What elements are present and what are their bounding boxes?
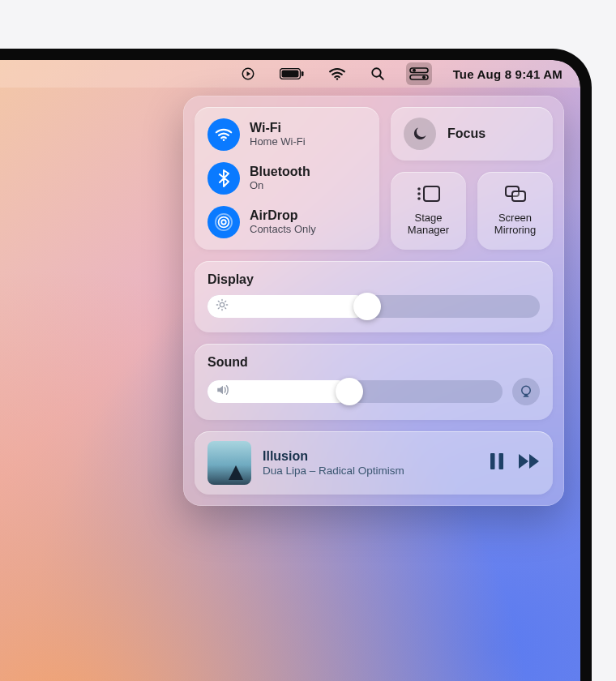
- sound-slider[interactable]: [207, 380, 503, 403]
- bluetooth-title: Bluetooth: [250, 165, 310, 179]
- moon-icon: [404, 118, 436, 150]
- display-label: Display: [207, 272, 540, 287]
- spotlight-icon[interactable]: [367, 62, 388, 85]
- svg-rect-19: [512, 191, 525, 201]
- wifi-icon: [207, 118, 240, 151]
- svg-rect-2: [281, 71, 298, 78]
- now-playing-tile[interactable]: Illusion Dua Lipa – Radical Optimism: [195, 431, 553, 495]
- airdrop-toggle[interactable]: AirDrop Contacts Only: [207, 206, 366, 238]
- svg-point-7: [413, 69, 416, 72]
- now-playing-subtitle: Dua Lipa – Radical Optimism: [263, 465, 478, 478]
- bluetooth-toggle[interactable]: Bluetooth On: [207, 162, 366, 195]
- wifi-toggle[interactable]: Wi-Fi Home Wi-Fi: [207, 118, 366, 151]
- brightness-icon: [216, 298, 229, 315]
- now-playing-menubar-icon[interactable]: [237, 62, 259, 85]
- svg-rect-14: [424, 186, 439, 201]
- wifi-menubar-icon[interactable]: [325, 62, 349, 85]
- svg-point-10: [223, 139, 225, 141]
- svg-point-21: [522, 386, 531, 395]
- screen-mirroring-button[interactable]: ScreenMirroring: [477, 172, 553, 250]
- airdrop-icon: [207, 206, 240, 238]
- svg-rect-23: [499, 453, 504, 469]
- wifi-title: Wi-Fi: [250, 121, 306, 135]
- display-tile: Display: [195, 261, 553, 332]
- next-track-button[interactable]: [519, 454, 540, 472]
- album-art: [207, 441, 251, 485]
- svg-point-20: [220, 302, 224, 306]
- focus-toggle[interactable]: Focus: [391, 107, 553, 161]
- menu-bar: Tue Aug 8 9:41 AM: [0, 60, 580, 88]
- svg-point-16: [417, 192, 421, 195]
- bluetooth-icon: [207, 162, 240, 195]
- airplay-audio-button[interactable]: [512, 378, 540, 405]
- now-playing-title: Illusion: [263, 448, 478, 465]
- bluetooth-subtitle: On: [250, 180, 310, 192]
- control-center-menubar-icon[interactable]: [406, 62, 432, 85]
- stage-manager-icon: [417, 185, 441, 208]
- sound-label: Sound: [207, 355, 540, 370]
- svg-point-17: [417, 197, 421, 200]
- svg-point-15: [417, 187, 421, 191]
- svg-point-4: [336, 78, 337, 79]
- volume-icon: [216, 383, 230, 400]
- wifi-subtitle: Home Wi-Fi: [250, 136, 306, 148]
- focus-label: Focus: [447, 126, 486, 141]
- svg-rect-22: [490, 453, 495, 469]
- svg-point-9: [422, 75, 426, 79]
- sound-tile: Sound: [195, 344, 553, 420]
- screen-mirroring-label: ScreenMirroring: [494, 212, 536, 237]
- battery-icon[interactable]: [276, 62, 307, 85]
- airdrop-subtitle: Contacts Only: [250, 224, 316, 236]
- stage-manager-label: StageManager: [408, 212, 449, 237]
- device-frame: Tue Aug 8 9:41 AM Wi-Fi Home Wi-Fi: [0, 49, 592, 681]
- svg-point-11: [221, 220, 226, 225]
- svg-point-12: [219, 217, 229, 228]
- control-center-panel: Wi-Fi Home Wi-Fi Bluetooth On: [183, 96, 564, 506]
- desktop-wallpaper: Tue Aug 8 9:41 AM Wi-Fi Home Wi-Fi: [0, 60, 580, 681]
- pause-button[interactable]: [490, 453, 504, 473]
- stage-manager-button[interactable]: StageManager: [391, 172, 466, 250]
- screen-mirroring-icon: [504, 185, 527, 208]
- connectivity-tile: Wi-Fi Home Wi-Fi Bluetooth On: [195, 107, 379, 250]
- airdrop-title: AirDrop: [250, 208, 316, 223]
- display-slider[interactable]: [207, 295, 540, 318]
- svg-rect-3: [302, 71, 304, 76]
- menubar-datetime[interactable]: Tue Aug 8 9:41 AM: [450, 62, 566, 85]
